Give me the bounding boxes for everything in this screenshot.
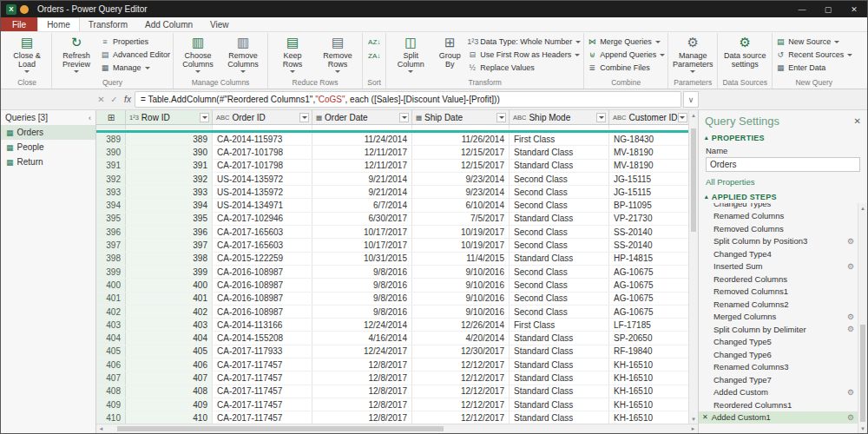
table-cell-row-id[interactable]: 394 [126, 199, 213, 211]
filter-icon[interactable] [399, 113, 409, 122]
table-cell-order-id[interactable]: CA-2017-117457 [213, 372, 312, 384]
merge-queries-button[interactable]: ⋈ Merge Queries [587, 36, 665, 47]
table-cell-ship-date[interactable]: 9/10/2016 [412, 266, 510, 278]
applied-step[interactable]: Changed Type7 [699, 373, 858, 386]
column-header-row-id[interactable]: 1²3 Row ID [126, 110, 213, 124]
table-cell-ship-mode[interactable]: Standard Class [510, 385, 609, 398]
step-settings-gear-icon[interactable]: ⚙ [847, 237, 854, 246]
table-cell-ship-date[interactable]: 12/30/2017 [412, 345, 510, 358]
scrollbar-thumb[interactable] [691, 128, 696, 232]
table-cell-order-id[interactable]: CA-2017-117457 [213, 358, 312, 371]
table-cell-customer-id[interactable]: AG-10675 [609, 266, 688, 278]
table-cell-ship-mode[interactable]: Standard Class [510, 146, 609, 158]
table-cell-customer-id[interactable]: MV-18190 [609, 160, 688, 172]
formula-cancel-icon[interactable]: ✕ [95, 95, 108, 104]
table-cell-customer-id[interactable]: SS-20140 [609, 239, 688, 251]
section-collapse-icon[interactable]: ▴ [705, 135, 708, 141]
table-row[interactable]: 393393US-2014-1359729/21/20149/23/2014Se… [96, 186, 688, 199]
tab-view[interactable]: View [201, 17, 238, 31]
column-header-customer-id[interactable]: ABC Customer ID [609, 110, 688, 124]
split-column-button[interactable]: ◫ Split Column [389, 33, 432, 73]
table-cell-order-date[interactable]: 6/30/2017 [312, 213, 412, 225]
table-cell-order-date[interactable]: 12/11/2017 [312, 160, 412, 172]
applied-step[interactable]: Inserted Sum⚙ [699, 260, 858, 273]
table-row[interactable]: 396396CA-2017-16560310/17/201710/19/2017… [96, 226, 688, 239]
table-cell-row-id[interactable]: 392 [126, 173, 213, 185]
step-settings-gear-icon[interactable]: ⚙ [847, 325, 854, 333]
scroll-up-icon[interactable]: ▴ [858, 203, 867, 213]
sort-descending-button[interactable]: ZA↓ [365, 50, 383, 61]
table-cell-ship-mode[interactable]: Second Class [510, 306, 609, 318]
table-cell-ship-date[interactable]: 9/10/2016 [412, 306, 510, 318]
table-cell-order-date[interactable]: 4/16/2014 [312, 332, 412, 344]
table-cell-customer-id[interactable]: HP-14815 [609, 253, 688, 265]
refresh-preview-button[interactable]: ↻ Refresh Preview [55, 33, 98, 73]
table-row[interactable]: 407407CA-2017-11745712/8/201712/12/2017S… [96, 372, 688, 385]
table-cell-customer-id[interactable]: KH-16510 [609, 385, 688, 398]
table-cell-order-id[interactable]: CA-2017-117933 [213, 345, 312, 358]
table-cell-ship-date[interactable]: 12/12/2017 [412, 358, 510, 371]
table-cell-ship-date[interactable]: 7/5/2017 [412, 213, 510, 225]
table-cell-customer-id[interactable]: JG-15115 [609, 186, 688, 198]
table-cell-order-id[interactable]: CA-2016-108987 [213, 293, 312, 305]
table-row[interactable]: 391391CA-2017-10179812/11/201712/15/2017… [96, 160, 688, 173]
table-cell-row-id[interactable]: 407 [126, 372, 213, 384]
table-cell-order-date[interactable]: 9/21/2014 [312, 173, 412, 185]
table-cell-row-id[interactable]: 403 [126, 319, 213, 331]
delete-step-icon[interactable]: ✕ [702, 413, 708, 421]
step-settings-gear-icon[interactable]: ⚙ [847, 312, 854, 321]
table-cell-order-id[interactable]: CA-2017-117457 [213, 398, 312, 411]
table-cell-customer-id[interactable]: AG-10675 [609, 279, 688, 291]
manage-parameters-button[interactable]: ⚙ Manage Parameters [671, 33, 714, 73]
table-cell-ship-mode[interactable]: First Class [510, 133, 609, 145]
table-cell-order-date[interactable]: 12/8/2017 [312, 372, 412, 384]
table-cell-order-date[interactable]: 12/8/2017 [312, 385, 412, 398]
table-cell-ship-date[interactable]: 12/26/2014 [412, 319, 510, 331]
table-cell-order-date[interactable]: 12/8/2017 [312, 398, 412, 411]
table-cell-order-date[interactable]: 6/7/2014 [312, 199, 412, 211]
table-cell-ship-date[interactable]: 9/10/2016 [412, 279, 510, 291]
table-row[interactable]: 397397CA-2017-16560310/17/201710/19/2017… [96, 239, 688, 252]
table-row[interactable]: 404404CA-2014-1552084/16/20144/20/2014St… [96, 332, 688, 345]
table-cell-order-id[interactable]: CA-2014-115973 [213, 133, 312, 145]
table-cell-order-date[interactable]: 11/24/2014 [312, 133, 412, 145]
applied-step[interactable]: Renamed Columns [699, 210, 858, 223]
column-header-order-date[interactable]: ▦ Order Date [312, 110, 412, 124]
table-cell-order-id[interactable]: US-2014-134971 [213, 199, 312, 211]
column-header-ship-mode[interactable]: ABC Ship Mode [510, 110, 609, 124]
table-cell-row-id[interactable]: 402 [126, 306, 213, 318]
table-cell-row-id[interactable]: 389 [126, 133, 213, 145]
applied-step[interactable]: Changed Type5 [699, 336, 858, 349]
table-cell-order-date[interactable]: 12/8/2017 [312, 358, 412, 371]
close-panel-icon[interactable]: ✕ [854, 116, 861, 126]
enter-data-button[interactable]: ▦ Enter Data [775, 62, 852, 73]
table-cell-order-id[interactable]: CA-2017-165603 [213, 239, 312, 251]
applied-step[interactable]: Changed Types [699, 203, 858, 210]
scroll-down-icon[interactable]: ▾ [689, 414, 698, 424]
horizontal-scrollbar[interactable]: ◂ ▸ [96, 424, 698, 433]
filter-icon[interactable] [678, 113, 687, 122]
table-cell-ship-date[interactable]: 12/15/2017 [412, 146, 510, 158]
filter-icon[interactable] [596, 113, 606, 122]
table-cell-ship-mode[interactable]: Standard Class [510, 372, 609, 384]
table-cell-row-id[interactable]: 408 [126, 385, 213, 398]
maximize-button[interactable]: ▢ [815, 1, 841, 17]
step-settings-gear-icon[interactable]: ⚙ [847, 388, 854, 397]
table-cell-row-id[interactable]: 397 [126, 239, 213, 251]
all-properties-link[interactable]: All Properties [699, 175, 867, 189]
sort-ascending-button[interactable]: AZ↓ [365, 36, 383, 47]
table-cell-row-id[interactable]: 390 [126, 146, 213, 158]
table-cell-customer-id[interactable]: BP-11095 [609, 199, 688, 211]
table-cell-ship-date[interactable]: 9/23/2014 [412, 173, 510, 185]
scroll-right-icon[interactable]: ▸ [688, 424, 698, 434]
table-cell-ship-mode[interactable]: Second Class [510, 293, 609, 305]
table-cell-row-id[interactable]: 398 [126, 253, 213, 265]
table-cell-ship-mode[interactable]: Second Class [510, 173, 609, 185]
table-cell-order-id[interactable]: CA-2015-122259 [213, 253, 312, 265]
tab-file[interactable]: File [1, 17, 37, 31]
table-row[interactable]: 392392US-2014-1359729/21/20149/23/2014Se… [96, 173, 688, 186]
table-cell-ship-date[interactable]: 6/10/2014 [412, 199, 510, 211]
section-collapse-icon[interactable]: ▴ [705, 194, 708, 201]
applied-step[interactable]: Removed Columns [699, 222, 858, 235]
table-cell-ship-mode[interactable]: Second Class [510, 239, 609, 251]
